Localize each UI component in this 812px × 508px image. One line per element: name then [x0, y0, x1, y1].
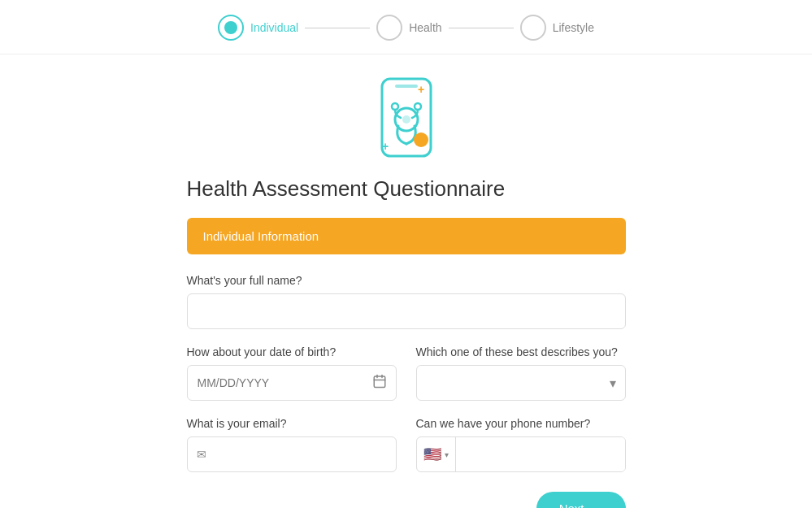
- svg-rect-9: [374, 376, 385, 388]
- phone-label: Can we have your phone number?: [416, 417, 626, 430]
- arrow-right-icon: →: [591, 501, 603, 508]
- main-content: + + Health Assessment Questionnaire Indi…: [0, 54, 812, 508]
- flag-arrow-icon: ▾: [445, 450, 449, 459]
- step-health: Health: [376, 15, 441, 41]
- form-container: Health Assessment Questionnaire Individu…: [187, 176, 626, 508]
- phone-input[interactable]: [456, 437, 625, 471]
- step-lifestyle-label: Lifestyle: [553, 21, 594, 34]
- email-input-wrapper: ✉: [187, 436, 397, 472]
- gender-select-wrapper: Male Female Non-binary Prefer not to say…: [416, 365, 626, 401]
- dob-group: How about your date of birth?: [187, 345, 397, 401]
- email-phone-row: What is your email? ✉ Can we have your p…: [187, 417, 626, 472]
- svg-text:+: +: [418, 83, 424, 96]
- step-individual: Individual: [218, 15, 298, 41]
- dob-label: How about your date of birth?: [187, 345, 397, 358]
- phone-input-wrapper: 🇺🇸 ▾: [416, 436, 626, 472]
- email-group: What is your email? ✉: [187, 417, 397, 472]
- full-name-input[interactable]: [187, 293, 626, 329]
- full-name-label: What's your full name?: [187, 274, 626, 287]
- connector-2: [449, 28, 514, 28]
- svg-point-5: [414, 132, 428, 147]
- step-lifestyle-circle: [520, 15, 546, 41]
- email-input[interactable]: [187, 436, 397, 472]
- full-name-group: What's your full name?: [187, 274, 626, 329]
- svg-point-4: [402, 115, 410, 124]
- gender-select[interactable]: Male Female Non-binary Prefer not to say: [416, 365, 626, 401]
- connector-1: [305, 28, 370, 28]
- section-banner: Individual Information: [187, 218, 626, 254]
- step-health-circle: [376, 15, 402, 41]
- email-icon: ✉: [197, 448, 206, 461]
- gender-label: Which one of these best describes you?: [416, 345, 626, 358]
- button-row: Next →: [187, 492, 626, 508]
- step-individual-label: Individual: [250, 21, 298, 34]
- date-input-wrapper: [187, 365, 397, 401]
- email-label: What is your email?: [187, 417, 397, 430]
- calendar-icon: [372, 374, 387, 392]
- form-title: Health Assessment Questionnaire: [187, 176, 626, 202]
- step-individual-circle: [218, 15, 244, 41]
- gender-group: Which one of these best describes you? M…: [416, 345, 626, 401]
- step-health-label: Health: [409, 21, 441, 34]
- svg-text:+: +: [382, 140, 389, 153]
- phone-flag-prefix[interactable]: 🇺🇸 ▾: [417, 437, 456, 471]
- next-button-label: Next: [559, 501, 584, 508]
- dob-gender-row: How about your date of birth? Which one …: [187, 345, 626, 401]
- health-illustration: + +: [358, 71, 455, 168]
- phone-group: Can we have your phone number? 🇺🇸 ▾: [416, 417, 626, 472]
- step-lifestyle: Lifestyle: [520, 15, 594, 41]
- progress-header: Individual Health Lifestyle: [0, 0, 812, 54]
- dob-input[interactable]: [187, 365, 397, 401]
- us-flag-icon: 🇺🇸: [423, 445, 441, 463]
- next-button[interactable]: Next →: [536, 492, 626, 508]
- svg-rect-1: [395, 85, 418, 88]
